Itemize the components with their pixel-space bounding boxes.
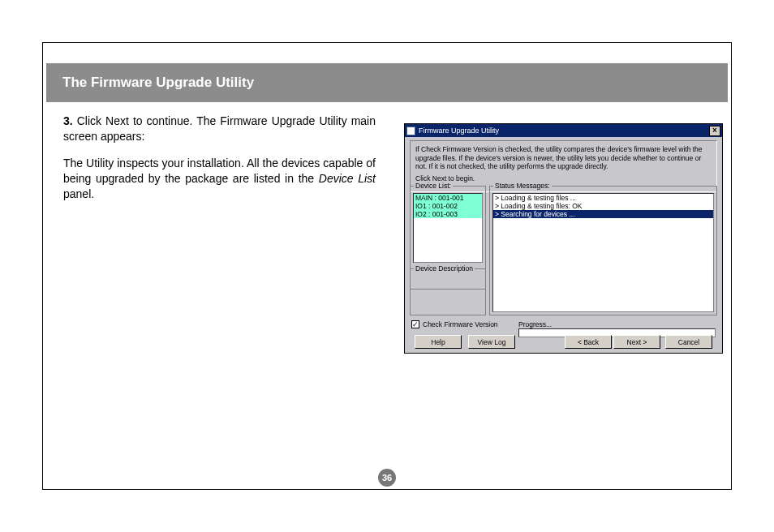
- intro-text-2: Click Next to begin.: [415, 174, 712, 183]
- next-button[interactable]: Next >: [613, 335, 660, 349]
- list-item[interactable]: MAIN : 001-001: [414, 194, 482, 202]
- device-list[interactable]: MAIN : 001-001 IO1 : 001-002 IO2 : 001-0…: [413, 193, 483, 263]
- cancel-button[interactable]: Cancel: [665, 335, 712, 349]
- instruction-text: 3. Click Next to continue. The Firmware …: [63, 114, 376, 212]
- device-description-group: Device Description: [410, 268, 486, 315]
- titlebar: Firmware Upgrade Utility ×: [405, 124, 722, 137]
- page-number: 36: [378, 469, 396, 487]
- status-line: > Loading & testing files: OK: [493, 202, 713, 210]
- progress-label: Progress...: [518, 320, 552, 328]
- status-line: > Loading & testing files ...: [493, 194, 713, 202]
- close-icon[interactable]: ×: [709, 126, 720, 136]
- list-item[interactable]: IO1 : 001-002: [414, 202, 482, 210]
- app-icon: [406, 127, 415, 135]
- view-log-button[interactable]: View Log: [468, 335, 515, 349]
- firmware-upgrade-window: Firmware Upgrade Utility × If Check Firm…: [404, 123, 723, 354]
- help-button[interactable]: Help: [415, 335, 462, 349]
- back-button[interactable]: < Back: [565, 335, 612, 349]
- status-messages-group: Status Messages: > Loading & testing fil…: [489, 186, 717, 315]
- step-number: 3.: [63, 114, 73, 127]
- window-title: Firmware Upgrade Utility: [419, 127, 709, 135]
- window-body: If Check Firmware Version is checked, th…: [405, 137, 722, 353]
- step-para2b: panel.: [63, 187, 94, 200]
- section-header: The Firmware Upgrade Utility: [46, 63, 728, 102]
- checkbox-icon[interactable]: ✓: [411, 320, 419, 328]
- button-row: Help View Log < Back Next > Cancel: [405, 335, 722, 350]
- status-line-selected: > Searching for devices ...: [493, 210, 713, 218]
- list-item[interactable]: IO2 : 001-003: [414, 210, 482, 218]
- intro-panel: If Check Firmware Version is checked, th…: [410, 140, 717, 192]
- check-firmware-label: Check Firmware Version: [423, 320, 498, 328]
- device-list-label: Device List:: [414, 182, 453, 190]
- step-para1: Click Next to continue. The Firmware Upg…: [63, 114, 376, 143]
- check-firmware-row[interactable]: ✓ Check Firmware Version: [411, 320, 498, 328]
- intro-text-1: If Check Firmware Version is checked, th…: [415, 145, 712, 171]
- device-description-label: Device Description: [414, 264, 475, 272]
- section-title: The Firmware Upgrade Utility: [62, 75, 254, 91]
- status-messages-label: Status Messages:: [493, 182, 552, 190]
- status-messages-box: > Loading & testing files ... > Loading …: [492, 193, 714, 312]
- step-para2-italic: Device List: [319, 172, 376, 185]
